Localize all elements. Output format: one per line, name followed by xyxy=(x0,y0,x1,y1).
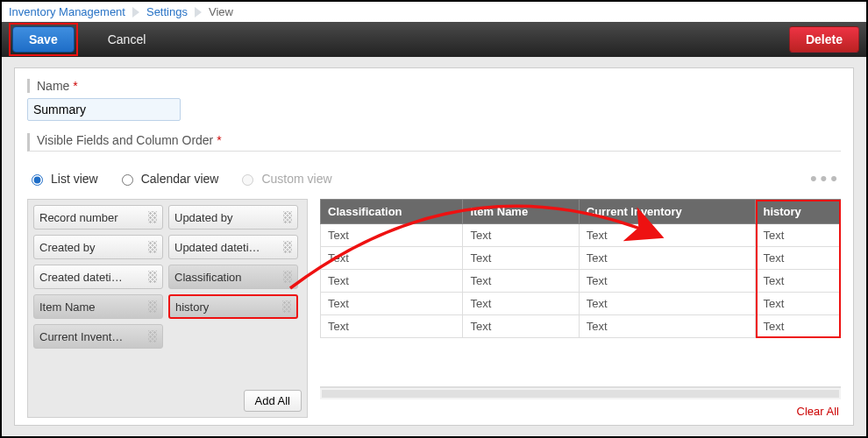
radio-calendar-view[interactable]: Calendar view xyxy=(117,172,219,186)
grip-icon xyxy=(148,271,157,283)
table-cell: Text xyxy=(463,293,579,315)
visible-fields-label: Visible Fields and Column Order * xyxy=(27,133,841,152)
column-header[interactable]: Current Inventory xyxy=(579,200,756,224)
grip-icon xyxy=(283,241,292,253)
table-cell: Text xyxy=(321,247,463,270)
delete-button[interactable]: Delete xyxy=(789,26,859,53)
field-chip[interactable]: history xyxy=(168,294,298,319)
save-button[interactable]: Save xyxy=(12,26,75,53)
field-chip[interactable]: Updated dateti… xyxy=(168,235,298,259)
breadcrumb: Inventory Management Settings View xyxy=(2,2,866,22)
table-cell: Text xyxy=(321,293,463,315)
table-row: TextTextTextText xyxy=(321,270,841,293)
grip-icon xyxy=(148,300,157,313)
chevron-right-icon xyxy=(195,7,202,18)
field-chip-label: Updated by xyxy=(174,211,233,224)
field-chip-label: Created by xyxy=(39,241,96,254)
grip-icon xyxy=(148,211,157,223)
table-row: TextTextTextText xyxy=(321,315,841,338)
field-chip-label: Record number xyxy=(39,211,118,224)
preview-table: ClassificationItem NameCurrent Inventory… xyxy=(320,199,841,338)
action-bar: Save Cancel Delete xyxy=(2,22,866,57)
table-cell: Text xyxy=(463,224,579,247)
grip-icon xyxy=(283,211,292,223)
field-chip[interactable]: Current Invent… xyxy=(33,324,163,349)
table-cell: Text xyxy=(321,224,463,247)
radio-custom-view: Custom view xyxy=(238,172,331,186)
radio-custom-view-label: Custom view xyxy=(261,172,331,186)
table-cell: Text xyxy=(321,270,463,293)
panel: Name * Visible Fields and Column Order *… xyxy=(2,57,866,436)
name-label-text: Name xyxy=(37,79,69,93)
more-options-icon[interactable]: ••• xyxy=(810,167,841,190)
breadcrumb-item-1[interactable]: Settings xyxy=(146,5,188,18)
field-chip-label: Updated dateti… xyxy=(174,241,260,254)
table-cell: Text xyxy=(463,247,579,270)
table-cell: Text xyxy=(756,247,841,270)
horizontal-scrollbar[interactable] xyxy=(320,387,841,399)
breadcrumb-item-2: View xyxy=(209,5,233,18)
radio-list-view[interactable]: List view xyxy=(27,172,98,186)
table-cell: Text xyxy=(579,315,756,338)
field-chip[interactable]: Classification xyxy=(168,265,298,289)
sheet: Name * Visible Fields and Column Order *… xyxy=(14,67,854,426)
field-chip[interactable]: Item Name xyxy=(33,294,163,319)
required-mark: * xyxy=(73,79,77,93)
clear-all-link[interactable]: Clear All xyxy=(797,405,839,418)
visible-fields-label-text: Visible Fields and Column Order xyxy=(37,133,213,147)
add-all-button[interactable]: Add All xyxy=(244,390,302,412)
field-chip[interactable]: Created dateti… xyxy=(33,265,163,289)
radio-list-view-label: List view xyxy=(51,172,98,186)
field-chip-label: Item Name xyxy=(39,300,96,314)
grip-icon xyxy=(148,241,157,253)
table-row: TextTextTextText xyxy=(321,224,841,247)
name-input[interactable] xyxy=(27,98,181,121)
name-label: Name * xyxy=(27,79,841,93)
table-cell: Text xyxy=(579,293,756,315)
breadcrumb-item-0[interactable]: Inventory Management xyxy=(9,5,125,18)
radio-calendar-view-label: Calendar view xyxy=(141,172,219,186)
table-cell: Text xyxy=(579,247,756,270)
field-chip[interactable]: Created by xyxy=(33,235,163,259)
table-cell: Text xyxy=(579,270,756,293)
save-highlight: Save xyxy=(9,23,78,56)
table-cell: Text xyxy=(463,270,579,293)
cancel-button[interactable]: Cancel xyxy=(92,26,162,53)
table-cell: Text xyxy=(756,293,841,315)
grip-icon xyxy=(282,300,291,313)
table-row: TextTextTextText xyxy=(321,247,841,270)
field-chip[interactable]: Record number xyxy=(33,205,163,230)
available-fields-panel: Record numberUpdated byCreated byUpdated… xyxy=(27,199,308,418)
table-cell: Text xyxy=(321,315,463,338)
field-chip-label: Classification xyxy=(174,271,242,284)
field-chip-label: history xyxy=(175,300,209,314)
field-chip[interactable]: Updated by xyxy=(168,205,298,230)
table-row: TextTextTextText xyxy=(321,293,841,315)
column-header[interactable]: Item Name xyxy=(463,200,579,224)
field-chip-label: Created dateti… xyxy=(39,271,123,284)
chevron-right-icon xyxy=(132,7,139,18)
field-chip-label: Current Invent… xyxy=(39,330,123,343)
table-cell: Text xyxy=(756,224,841,247)
column-header[interactable]: history xyxy=(756,200,841,224)
view-mode-radios: List view Calendar view Custom view ••• xyxy=(27,167,841,190)
grip-icon xyxy=(283,271,292,283)
table-cell: Text xyxy=(756,270,841,293)
required-mark: * xyxy=(217,133,221,147)
table-cell: Text xyxy=(756,315,841,338)
preview-panel: ClassificationItem NameCurrent Inventory… xyxy=(320,199,841,418)
grip-icon xyxy=(148,330,157,343)
column-header[interactable]: Classification xyxy=(321,200,463,224)
table-cell: Text xyxy=(463,315,579,338)
table-cell: Text xyxy=(579,224,756,247)
